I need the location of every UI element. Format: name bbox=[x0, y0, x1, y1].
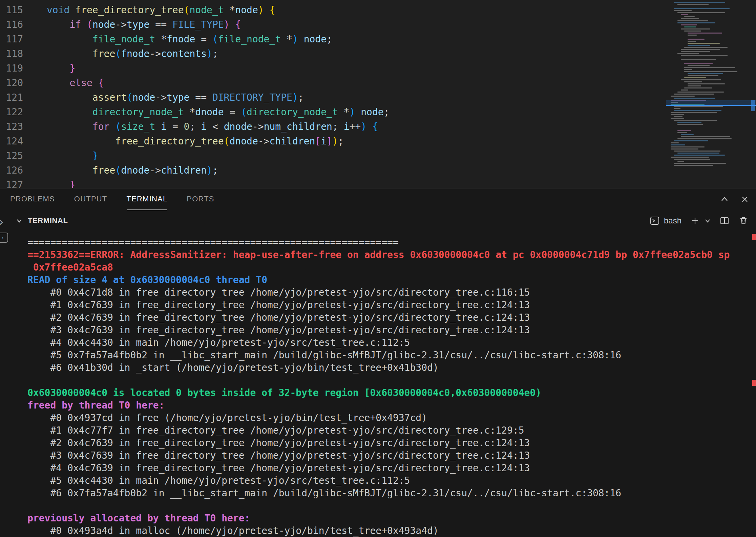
bottom-panel: PROBLEMSOUTPUTTERMINALPORTS TERMINAL bbox=[0, 188, 756, 537]
kill-terminal-trash-icon[interactable] bbox=[738, 216, 749, 226]
code-line[interactable]: 123 for (size_t i = 0; i < dnode->num_ch… bbox=[0, 119, 661, 134]
minimap-code-bar bbox=[677, 124, 703, 125]
minimap-code-bar bbox=[681, 51, 710, 52]
minimap-code-bar bbox=[677, 153, 719, 154]
terminal-line: #3 0x4c7639 in free_directory_tree /home… bbox=[27, 449, 747, 462]
code-line[interactable]: 127 } bbox=[0, 178, 661, 188]
code-text: assert(node->type == DIRECTORY_TYPE); bbox=[23, 90, 304, 105]
terminal-view-header: TERMINAL bash bbox=[0, 210, 756, 231]
code-text: void free_directory_tree(node_t *node) { bbox=[23, 3, 275, 17]
minimap-code-bar bbox=[677, 53, 699, 54]
code-line[interactable]: 120 else { bbox=[0, 76, 661, 90]
minimap-code-bar bbox=[681, 134, 694, 135]
minimap-code-bar bbox=[684, 81, 702, 82]
terminal-line: #6 0x41b30d in _start (/home/yjo/pretest… bbox=[27, 361, 747, 374]
minimap-code-bar bbox=[671, 112, 717, 113]
minimap-code-bar bbox=[674, 140, 708, 141]
minimap-code-bar bbox=[671, 114, 684, 115]
code-editor[interactable]: 115void free_directory_tree(node_t *node… bbox=[0, 0, 756, 188]
terminal-line: #2 0x4c7639 in free_directory_tree /home… bbox=[27, 437, 747, 449]
terminal-line: 0x6030000004c0 is located 0 bytes inside… bbox=[27, 386, 747, 399]
terminal-line: #5 0x7fa57a4fb0b2 in __libc_start_main /… bbox=[27, 349, 747, 361]
terminal-line bbox=[27, 374, 747, 386]
minimap-code-bar bbox=[674, 116, 682, 117]
minimap-code-bar bbox=[674, 8, 730, 9]
terminal-line: #2 0x4c7639 in free_directory_tree /home… bbox=[27, 311, 747, 324]
minimap-code-bar bbox=[674, 163, 726, 164]
minimap-code-bar bbox=[671, 118, 684, 119]
code-line[interactable]: 126 free(dnode->children); bbox=[0, 163, 661, 178]
terminal-line: ========================================… bbox=[27, 236, 747, 248]
minimap-code-bar bbox=[681, 18, 699, 19]
line-number: 118 bbox=[0, 46, 23, 61]
minimap-code-bar bbox=[671, 96, 695, 97]
line-number: 117 bbox=[0, 32, 23, 46]
line-number: 126 bbox=[0, 163, 23, 178]
line-number: 124 bbox=[0, 134, 23, 148]
chevron-right-icon[interactable]: › bbox=[0, 214, 4, 229]
minimap-code-bar bbox=[684, 47, 728, 48]
code-text: free(dnode->children); bbox=[23, 163, 218, 178]
minimap-code-bar bbox=[684, 31, 701, 32]
code-line[interactable]: 118 free(fnode->contents); bbox=[0, 46, 661, 61]
minimap-code-bar bbox=[677, 12, 725, 13]
chevron-down-icon[interactable] bbox=[16, 217, 23, 224]
terminal-instance-bash[interactable]: bash bbox=[650, 216, 681, 226]
panel-edge-badge[interactable]: › bbox=[0, 233, 8, 243]
panel-tab-output[interactable]: OUTPUT bbox=[74, 188, 107, 210]
line-number: 116 bbox=[0, 17, 23, 32]
terminal-output[interactable]: ========================================… bbox=[0, 231, 756, 537]
minimap-code-bar bbox=[677, 22, 715, 23]
panel-tab-bar: PROBLEMSOUTPUTTERMINALPORTS bbox=[0, 188, 756, 210]
minimap-code-bar bbox=[671, 148, 698, 150]
code-line[interactable]: 116 if (node->type == FILE_TYPE) { bbox=[0, 17, 661, 32]
terminal-header-actions: bash bbox=[650, 216, 749, 226]
code-line[interactable]: 121 assert(node->type == DIRECTORY_TYPE)… bbox=[0, 90, 661, 105]
terminal-line: previously allocated by thread T0 here: bbox=[27, 512, 747, 524]
close-panel-icon[interactable] bbox=[740, 194, 750, 204]
code-text: free_directory_tree(dnode->children[i]); bbox=[23, 134, 344, 148]
launch-profile-chevron-down-icon[interactable] bbox=[705, 218, 711, 224]
minimap-code-bar bbox=[688, 33, 722, 34]
new-terminal-plus-icon[interactable] bbox=[690, 216, 700, 225]
terminal-line: #4 0x4c4430 in main /home/yjo/pretest-yj… bbox=[27, 336, 747, 349]
minimap-code-bar bbox=[671, 146, 705, 147]
panel-actions bbox=[719, 188, 750, 210]
panel-tab-terminal[interactable]: TERMINAL bbox=[127, 188, 168, 210]
code-line[interactable]: 124 free_directory_tree(dnode->children[… bbox=[0, 134, 661, 148]
panel-tab-problems[interactable]: PROBLEMS bbox=[10, 188, 55, 210]
terminal-line: ==2153362==ERROR: AddressSanitizer: heap… bbox=[27, 248, 747, 261]
minimap-code-bar bbox=[677, 130, 691, 131]
panel-tab-ports[interactable]: PORTS bbox=[187, 188, 214, 210]
code-line[interactable]: 115void free_directory_tree(node_t *node… bbox=[0, 3, 661, 17]
line-number: 115 bbox=[0, 3, 23, 17]
code-line[interactable]: 122 directory_node_t *dnode = (directory… bbox=[0, 105, 661, 119]
split-terminal-icon[interactable] bbox=[719, 216, 730, 226]
line-number: 121 bbox=[0, 90, 23, 105]
maximize-panel-chevron-up-icon[interactable] bbox=[719, 194, 730, 204]
code-text: } bbox=[23, 148, 98, 163]
minimap-code-bar bbox=[681, 59, 716, 60]
minimap-code-bar bbox=[684, 16, 695, 17]
minimap-code-bar bbox=[688, 45, 710, 46]
minimap-code-bar bbox=[677, 122, 701, 123]
minimap-code-bar bbox=[684, 87, 712, 88]
minimap-code-bar bbox=[681, 79, 721, 80]
minimap-code-bar bbox=[674, 98, 715, 99]
terminal-line: #5 0x4c4430 in main /home/yjo/pretest-yj… bbox=[27, 474, 747, 487]
code-line[interactable]: 117 file_node_t *fnode = (file_node_t *)… bbox=[0, 32, 661, 46]
code-text: file_node_t *fnode = (file_node_t *) nod… bbox=[23, 32, 332, 46]
minimap-code-bar bbox=[674, 120, 717, 121]
code-line[interactable]: 119 } bbox=[0, 61, 661, 76]
code-text: directory_node_t *dnode = (directory_nod… bbox=[23, 105, 389, 119]
minimap[interactable] bbox=[668, 0, 750, 187]
terminal-line: #1 0x4c7639 in free_directory_tree /home… bbox=[27, 299, 747, 311]
terminal-line: READ of size 4 at 0x6030000004c0 thread … bbox=[27, 274, 747, 286]
code-text: if (node->type == FILE_TYPE) { bbox=[23, 17, 241, 32]
terminal-scrollbar-error-mark bbox=[752, 380, 756, 386]
editor-code-area: 115void free_directory_tree(node_t *node… bbox=[0, 3, 661, 188]
terminal-header-title: TERMINAL bbox=[28, 216, 68, 225]
code-line[interactable]: 125 } bbox=[0, 148, 661, 163]
minimap-code-bar bbox=[674, 151, 720, 152]
terminal-line: 0x7ffee02a5ca8 bbox=[27, 261, 747, 274]
